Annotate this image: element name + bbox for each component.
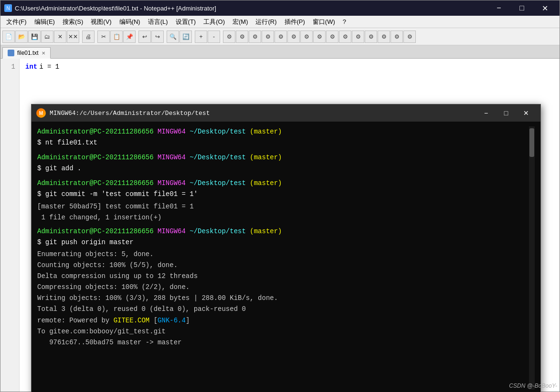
menu-edit[interactable]: 编辑(E) <box>31 16 59 28</box>
cmd-text-1: $ nt file01.txt <box>37 139 97 146</box>
tb-close[interactable]: ✕ <box>54 31 66 43</box>
tb-b7[interactable]: ⚙ <box>300 31 313 43</box>
tb-b5[interactable]: ⚙ <box>275 31 287 43</box>
tb-b14[interactable]: ⚙ <box>391 31 403 43</box>
output-2: 1 file changed, 1 insertion(+) <box>37 212 529 223</box>
term-minimize-button[interactable]: − <box>476 106 496 120</box>
tab-file-icon <box>8 50 14 56</box>
tb-open[interactable]: 📂 <box>15 31 28 43</box>
tb-b12[interactable]: ⚙ <box>365 31 377 43</box>
output-8: Total 3 (delta 0), reused 0 (delta 0), p… <box>37 304 529 315</box>
tb-b2[interactable]: ⚙ <box>236 31 248 43</box>
output-1: [master 50bad75] test commit file01 = 1 <box>37 201 529 212</box>
terminal-cmd-4: $ git push origin master <box>37 237 529 248</box>
term-maximize-button[interactable]: □ <box>497 106 516 120</box>
terminal-window: M MINGW64:/c/Users/Administrator/Desktop… <box>31 104 541 392</box>
keyword-int: int <box>25 62 37 72</box>
titlebar-left: N C:\Users\Administrator\Desktop\test\fi… <box>4 4 216 12</box>
gnk-text: GNK-6.4 <box>158 317 186 324</box>
cmd-text-2: $ git add . <box>37 165 81 172</box>
menu-search[interactable]: 搜索(S) <box>59 16 87 28</box>
tab-close-button[interactable]: ✕ <box>42 51 45 56</box>
tb-b10[interactable]: ⚙ <box>339 31 351 43</box>
terminal-text: Administrator@PC-202111286656 MINGW64 ~/… <box>37 126 529 390</box>
menu-run[interactable]: 运行(R) <box>252 16 280 28</box>
prompt-path-4: ~/Desktop/test <box>186 227 246 235</box>
line-num-1: 1 <box>4 62 15 72</box>
output-10: To gitee.com:bobooy/git_test.git <box>37 326 529 337</box>
npp-toolbar: 📄 📂 💾 🗂 ✕ ✕✕ 🖨 ✂ 📋 📌 ↩ ↪ 🔍 🔄 + - ⚙ ⚙ ⚙ ⚙… <box>0 28 560 45</box>
output-6: Compressing objects: 100% (2/2), done. <box>37 282 529 293</box>
tb-undo[interactable]: ↩ <box>138 31 151 43</box>
menu-language[interactable]: 语言(L) <box>144 16 172 28</box>
npp-close-button[interactable]: ✕ <box>534 0 556 16</box>
tb-find[interactable]: 🔍 <box>167 31 179 43</box>
output-7: Writing objects: 100% (3/3), 288 bytes |… <box>37 293 529 304</box>
prompt-host-3: MINGW64 <box>154 179 186 187</box>
tb-save[interactable]: 💾 <box>28 31 41 43</box>
tb-b6[interactable]: ⚙ <box>287 31 300 43</box>
terminal-titlebar: M MINGW64:/c/Users/Administrator/Desktop… <box>32 104 540 122</box>
prompt-path-2: ~/Desktop/test <box>186 154 246 161</box>
menu-view[interactable]: 视图(V) <box>87 16 115 28</box>
tb-b3[interactable]: ⚙ <box>249 31 261 43</box>
menu-window[interactable]: 窗口(W) <box>309 16 339 28</box>
tab-file01[interactable]: file01.txt ✕ <box>2 47 51 59</box>
tb-b4[interactable]: ⚙ <box>262 31 274 43</box>
tb-redo[interactable]: ↪ <box>151 31 164 43</box>
npp-titlebar: N C:\Users\Administrator\Desktop\test\fi… <box>0 0 560 16</box>
terminal-prompt-3: Administrator@PC-202111286656 MINGW64 ~/… <box>37 178 529 189</box>
npp-icon: N <box>4 4 12 12</box>
tb-b15[interactable]: ⚙ <box>403 31 416 43</box>
tb-copy[interactable]: 📋 <box>110 31 123 43</box>
terminal-cmd-2: $ git add . <box>37 163 529 174</box>
tb-b1[interactable]: ⚙ <box>223 31 235 43</box>
terminal-cmd-3: $ git commit -m 'test commit file01 = 1' <box>37 189 529 200</box>
terminal-title-buttons: − □ ✕ <box>476 106 536 120</box>
terminal-scrollbar[interactable] <box>529 126 535 390</box>
cmd-text-3: $ git commit -m 'test commit file01 = 1' <box>37 190 198 198</box>
scrollbar-thumb <box>529 128 534 157</box>
terminal-title-left: M MINGW64:/c/Users/Administrator/Desktop… <box>36 108 210 118</box>
menu-plugins[interactable]: 插件(P) <box>281 16 309 28</box>
tb-b9[interactable]: ⚙ <box>326 31 338 43</box>
output-4: Counting objects: 100% (5/5), done. <box>37 260 529 271</box>
menu-encoding[interactable]: 编码(N) <box>116 16 144 28</box>
tb-saveall[interactable]: 🗂 <box>41 31 53 43</box>
npp-menubar: 文件(F) 编辑(E) 搜索(S) 视图(V) 编码(N) 语言(L) 设置(T… <box>0 16 560 28</box>
npp-title: C:\Users\Administrator\Desktop\test\file… <box>15 5 216 12</box>
tb-replace[interactable]: 🔄 <box>180 31 192 43</box>
menu-settings[interactable]: 设置(T) <box>172 16 200 28</box>
tb-zoom-out[interactable]: - <box>208 31 220 43</box>
tb-print[interactable]: 🖨 <box>82 31 95 43</box>
npp-minimize-button[interactable]: − <box>488 0 510 16</box>
tb-new[interactable]: 📄 <box>2 31 15 43</box>
tb-b11[interactable]: ⚙ <box>352 31 364 43</box>
npp-maximize-button[interactable]: □ <box>511 0 533 16</box>
menu-tools[interactable]: 工具(O) <box>200 16 229 28</box>
menu-file[interactable]: 文件(F) <box>2 16 31 28</box>
tb-zoom-in[interactable]: + <box>195 31 207 43</box>
prompt-host-1: MINGW64 <box>154 128 186 135</box>
tb-paste[interactable]: 📌 <box>123 31 136 43</box>
menu-help[interactable]: ? <box>339 16 350 28</box>
prompt-branch-3: (master) <box>246 179 282 187</box>
tb-b13[interactable]: ⚙ <box>378 31 390 43</box>
tb-cut[interactable]: ✂ <box>97 31 110 43</box>
code-line-1: int i = 1 <box>25 62 554 72</box>
prompt-user-4: Administrator@PC-202111286656 <box>37 227 154 235</box>
output-9: remote: Powered by GITEE.COM [GNK-6.4] <box>37 315 529 326</box>
npp-tabbar: file01.txt ✕ <box>0 45 560 59</box>
prompt-user-3: Administrator@PC-202111286656 <box>37 179 154 187</box>
term-close-button[interactable]: ✕ <box>517 106 536 120</box>
output-3: Enumerating objects: 5, done. <box>37 249 529 260</box>
menu-macro[interactable]: 宏(M) <box>229 16 252 28</box>
tb-closeall[interactable]: ✕✕ <box>67 31 79 43</box>
terminal-content[interactable]: Administrator@PC-202111286656 MINGW64 ~/… <box>32 122 540 392</box>
terminal-title: MINGW64:/c/Users/Administrator/Desktop/t… <box>50 110 210 117</box>
tb-b8[interactable]: ⚙ <box>313 31 326 43</box>
prompt-host-2: MINGW64 <box>154 154 186 161</box>
terminal-prompt-4: Administrator@PC-202111286656 MINGW64 ~/… <box>37 226 529 237</box>
prompt-host-4: MINGW64 <box>154 227 186 235</box>
output-11: 9761c67..50bad75 master -> master <box>37 337 529 348</box>
